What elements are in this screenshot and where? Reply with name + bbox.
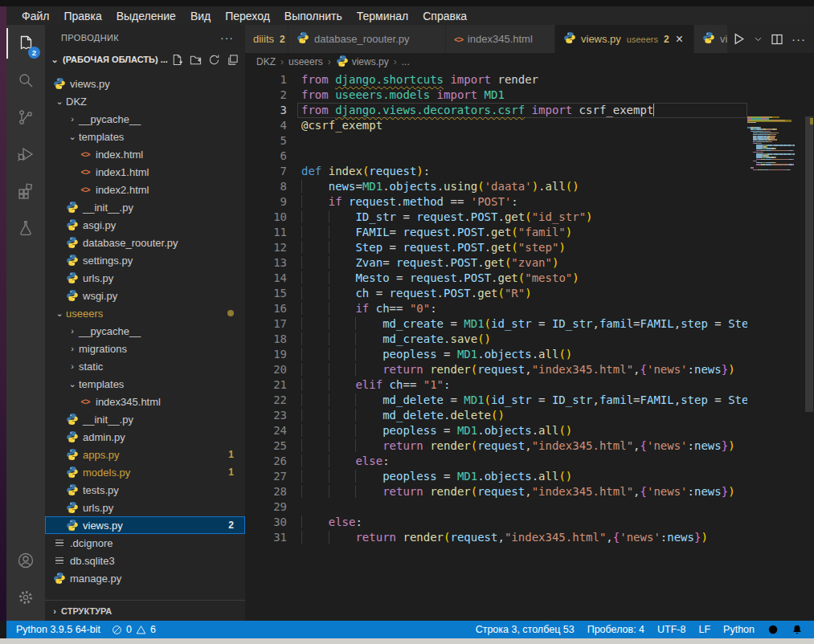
activity-source-control-icon[interactable] <box>6 99 45 136</box>
breadcrumb-item-DKZ[interactable]: DKZ <box>256 56 276 67</box>
code-line[interactable]: @csrf_exempt <box>301 118 747 133</box>
code-line[interactable] <box>301 149 747 164</box>
tree-item-wsgi.py[interactable]: wsgi.py <box>45 287 245 304</box>
tree-item-admin.py[interactable]: admin.py <box>45 428 245 446</box>
tree-item-DKZ[interactable]: ⌄DKZ <box>45 92 245 110</box>
code-line[interactable]: from django.shortcuts import render <box>301 72 747 88</box>
code-line[interactable]: peopless = MD1.objects.all() <box>301 469 747 484</box>
code-line[interactable]: md_delete.delete() <box>301 408 747 423</box>
tree-item-settings.py[interactable]: settings.py <box>45 251 245 269</box>
tree-item-__pycache__[interactable]: ›__pycache__ <box>45 322 245 340</box>
code-line[interactable]: return render(request,"index345.html",{'… <box>301 362 747 377</box>
tree-item-index345.html[interactable]: <>index345.html <box>45 393 245 410</box>
sidebar-more-actions-icon[interactable]: ··· <box>220 31 234 44</box>
activity-search-icon[interactable] <box>6 62 45 99</box>
code-line[interactable]: from django.views.decorators.csrf import… <box>301 103 747 118</box>
breadcrumb-item-useeers[interactable]: useeers <box>288 56 323 67</box>
minimap[interactable] <box>747 116 804 621</box>
tree-item-useeers[interactable]: ⌄useeers <box>45 304 245 322</box>
tree-item-static[interactable]: ›static <box>45 357 245 375</box>
menu-item-Выполнить[interactable]: Выполнить <box>277 10 350 22</box>
feedback-icon[interactable] <box>767 624 779 635</box>
more-actions-icon[interactable]: ··· <box>792 32 806 46</box>
menu-item-Справка[interactable]: Справка <box>415 10 474 22</box>
tree-item-models.py[interactable]: models.py1 <box>45 463 245 481</box>
code-line[interactable]: ch = request.POST.get("R") <box>301 286 747 301</box>
code-line[interactable]: md_create = MD1(id_str = ID_str,famil=FA… <box>301 316 747 332</box>
code-line[interactable]: def index(request): <box>301 164 747 179</box>
code-line[interactable]: return render(request,"index345.html",{'… <box>301 530 747 545</box>
code-line[interactable]: Step = request.POST.get("step") <box>301 240 747 255</box>
code-line[interactable]: elif ch== "1": <box>301 377 747 393</box>
code-line[interactable]: news=MD1.objects.using('daata').all() <box>301 179 747 194</box>
code-line[interactable]: if ch== "0": <box>301 301 747 316</box>
tree-item-database_roouter.py[interactable]: database_roouter.py <box>45 234 245 251</box>
tree-item-index.html[interactable]: <>index.html <box>45 145 245 163</box>
tree-item-__init__.py[interactable]: __init__.py <box>45 410 245 428</box>
menu-item-Переход[interactable]: Переход <box>218 10 277 22</box>
tree-item-__init__.py[interactable]: __init__.py <box>45 198 245 216</box>
language-mode-status[interactable]: Python <box>723 624 755 635</box>
activity-settings-icon[interactable] <box>6 579 45 616</box>
tab-index345.html[interactable]: <>index345.html <box>446 25 555 53</box>
tree-item-apps.py[interactable]: apps.py1 <box>45 446 245 463</box>
tree-item-asgi.py[interactable]: asgi.py <box>45 216 245 234</box>
split-editor-icon[interactable] <box>771 33 783 46</box>
activity-explorer-icon[interactable]: 2 <box>6 25 45 62</box>
run-dropdown-icon[interactable] <box>754 35 763 43</box>
run-button[interactable] <box>732 32 746 46</box>
problems-status[interactable]: 0 6 <box>112 624 156 635</box>
code-line[interactable]: peopless = MD1.objects.all() <box>301 423 747 438</box>
activity-testing-icon[interactable] <box>6 210 45 247</box>
tree-item-urls.py[interactable]: urls.py <box>45 269 245 287</box>
tree-item-views.py[interactable]: views.py2 <box>45 516 245 534</box>
code-line[interactable]: from useeers.models import MD1 <box>301 88 747 103</box>
eol-status[interactable]: LF <box>698 624 710 635</box>
code-line[interactable]: ID_str = request.POST.get("id_str") <box>301 210 747 225</box>
menu-item-Выделение[interactable]: Выделение <box>109 10 183 22</box>
encoding-status[interactable]: UTF-8 <box>657 624 685 635</box>
code-line[interactable]: else: <box>301 515 747 530</box>
close-tab-icon[interactable]: × <box>676 33 683 46</box>
tree-item-migrations[interactable]: ›migrations <box>45 340 245 357</box>
tree-item-db.sqlite3[interactable]: db.sqlite3 <box>45 552 245 569</box>
workspace-section-header[interactable]: ⌄ (РАБОЧАЯ ОБЛАСТЬ) ... <box>45 51 245 68</box>
new-file-icon[interactable] <box>171 54 183 66</box>
notifications-bell-icon[interactable] <box>792 624 803 635</box>
python-interpreter-status[interactable]: Python 3.9.5 64-bit <box>16 624 100 635</box>
code-line[interactable]: Mesto = request.POST.get("mesto") <box>301 271 747 286</box>
tree-item-views.py[interactable]: views.py <box>45 75 245 92</box>
code-line[interactable] <box>301 133 747 149</box>
cursor-position-status[interactable]: Строка 3, столбец 53 <box>476 624 575 635</box>
activity-run-and-debug-icon[interactable] <box>6 136 45 173</box>
menu-item-Вид[interactable]: Вид <box>183 10 218 22</box>
tab-views.py[interactable]: views.pyuseeers2× <box>555 25 694 53</box>
code-line[interactable]: md_create.save() <box>301 332 747 347</box>
new-folder-icon[interactable] <box>190 54 202 66</box>
tab-diiits[interactable]: diiits2 <box>245 25 288 53</box>
tree-item-urls.py[interactable]: urls.py <box>45 499 245 516</box>
breadcrumb-item-...[interactable]: ... <box>402 56 410 67</box>
vertical-scrollbar-thumb[interactable] <box>805 116 813 412</box>
menu-item-Терминал[interactable]: Терминал <box>350 10 415 22</box>
code-editor[interactable]: 1234567891011121314151617181920212223242… <box>245 71 814 621</box>
outline-section-header[interactable]: › СТРУКТУРА <box>45 600 245 621</box>
code-line[interactable]: return render(request,"index345.html",{'… <box>301 438 747 454</box>
menu-item-Правка[interactable]: Правка <box>56 10 108 22</box>
breadcrumb-item-views.py[interactable]: views.py <box>336 55 389 70</box>
tree-item-index1.html[interactable]: <>index1.html <box>45 163 245 181</box>
tree-item-manage.py[interactable]: manage.py <box>45 569 245 587</box>
collapse-folders-icon[interactable] <box>227 54 239 66</box>
code-line[interactable]: md_delete = MD1(id_str = ID_str,famil=FA… <box>301 393 747 408</box>
code-line[interactable]: FAMIL= request.POST.get("famil") <box>301 225 747 240</box>
menu-item-Файл[interactable]: Файл <box>14 10 56 22</box>
tree-item-templates[interactable]: ⌄templates <box>45 128 245 145</box>
code-line[interactable]: if request.method == 'POST': <box>301 194 747 210</box>
tree-item-index2.html[interactable]: <>index2.html <box>45 181 245 198</box>
code-line[interactable]: else: <box>301 454 747 469</box>
refresh-icon[interactable] <box>208 54 220 66</box>
activity-extensions-icon[interactable] <box>6 173 45 210</box>
activity-account-icon[interactable] <box>6 542 45 579</box>
code-line[interactable]: peopless = MD1.objects.all() <box>301 347 747 362</box>
tree-item-__pycache__[interactable]: ›__pycache__ <box>45 110 245 128</box>
